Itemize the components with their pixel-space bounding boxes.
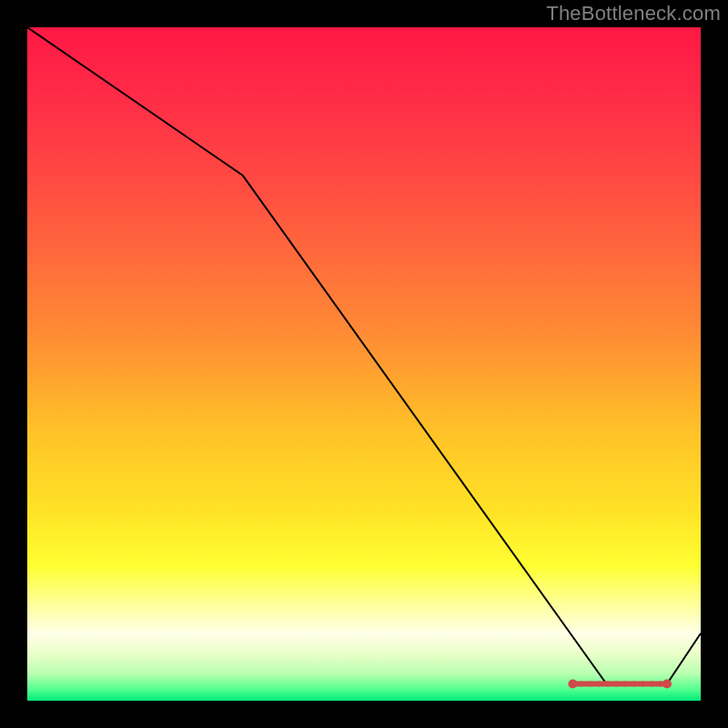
chart-overlay-svg (27, 27, 701, 701)
bottleneck-curve (27, 27, 701, 684)
fit-segment-dot (640, 682, 645, 687)
fit-segment-dot (614, 682, 620, 687)
plot-area (27, 27, 701, 701)
fit-segment-dot (605, 682, 611, 687)
fit-segment-dot (622, 682, 628, 687)
fit-segment-dot (632, 682, 637, 687)
fit-segment-dot (658, 682, 663, 687)
fit-segment-dot (649, 682, 654, 687)
fit-segment-dot (568, 680, 577, 689)
fit-segment-dot (579, 682, 584, 687)
fit-segment-dot (662, 680, 672, 689)
curve-path (27, 27, 701, 684)
fit-segment-dot (588, 682, 593, 687)
attribution-label: TheBottleneck.com (546, 2, 721, 25)
chart-frame: TheBottleneck.com (0, 0, 728, 728)
fit-marker-segment (568, 680, 672, 689)
fit-segment-dot (596, 682, 602, 687)
